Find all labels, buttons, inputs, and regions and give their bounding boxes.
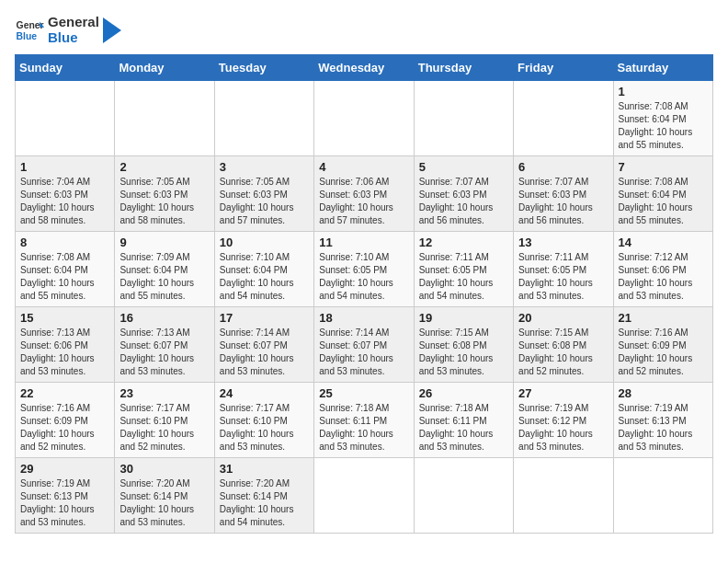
svg-text:Blue: Blue bbox=[17, 30, 38, 40]
day-info: Sunrise: 7:05 AMSunset: 6:03 PMDaylight:… bbox=[119, 177, 194, 225]
day-info: Sunrise: 7:19 AMSunset: 6:13 PMDaylight:… bbox=[20, 478, 95, 527]
calendar-cell: 31 Sunrise: 7:20 AMSunset: 6:14 PMDaylig… bbox=[214, 458, 313, 534]
calendar-cell bbox=[214, 81, 313, 156]
day-number: 21 bbox=[619, 311, 708, 325]
calendar-cell: 30 Sunrise: 7:20 AMSunset: 6:14 PMDaylig… bbox=[115, 458, 214, 534]
logo-arrow-icon bbox=[103, 17, 121, 43]
day-number: 8 bbox=[20, 236, 109, 249]
day-info: Sunrise: 7:20 AMSunset: 6:14 PMDaylight:… bbox=[119, 478, 194, 527]
calendar-cell bbox=[314, 458, 414, 534]
day-number: 19 bbox=[419, 311, 508, 325]
calendar-cell: 17 Sunrise: 7:14 AMSunset: 6:07 PMDaylig… bbox=[214, 307, 313, 383]
day-number: 7 bbox=[619, 160, 708, 174]
calendar-cell: 22 Sunrise: 7:16 AMSunset: 6:09 PMDaylig… bbox=[16, 383, 115, 458]
header-saturday: Saturday bbox=[613, 55, 712, 81]
calendar-week-row: 1 Sunrise: 7:08 AMSunset: 6:04 PMDayligh… bbox=[16, 81, 713, 156]
day-number: 29 bbox=[20, 462, 109, 476]
calendar-week-row: 1 Sunrise: 7:04 AMSunset: 6:03 PMDayligh… bbox=[16, 156, 713, 232]
calendar-cell: 21 Sunrise: 7:16 AMSunset: 6:09 PMDaylig… bbox=[613, 307, 712, 383]
day-info: Sunrise: 7:08 AMSunset: 6:04 PMDaylight:… bbox=[619, 177, 693, 225]
day-number: 17 bbox=[220, 311, 309, 325]
day-info: Sunrise: 7:11 AMSunset: 6:05 PMDaylight:… bbox=[419, 252, 494, 301]
day-info: Sunrise: 7:14 AMSunset: 6:07 PMDaylight:… bbox=[220, 327, 294, 376]
day-info: Sunrise: 7:11 AMSunset: 6:05 PMDaylight:… bbox=[518, 252, 593, 301]
day-number: 13 bbox=[518, 236, 608, 249]
calendar-cell: 20 Sunrise: 7:15 AMSunset: 6:08 PMDaylig… bbox=[514, 307, 613, 383]
calendar-cell bbox=[115, 81, 214, 156]
day-number: 26 bbox=[419, 386, 508, 400]
header-thursday: Thursday bbox=[414, 55, 513, 81]
day-info: Sunrise: 7:17 AMSunset: 6:10 PMDaylight:… bbox=[220, 403, 294, 452]
calendar-week-row: 15 Sunrise: 7:13 AMSunset: 6:06 PMDaylig… bbox=[16, 307, 713, 383]
day-number: 6 bbox=[518, 160, 608, 174]
header-monday: Monday bbox=[115, 55, 214, 81]
calendar-cell bbox=[314, 81, 414, 156]
calendar-cell bbox=[414, 81, 513, 156]
calendar-cell bbox=[16, 81, 115, 156]
day-info: Sunrise: 7:08 AMSunset: 6:04 PMDaylight:… bbox=[20, 252, 95, 301]
logo: General Blue General Blue bbox=[15, 15, 121, 45]
day-info: Sunrise: 7:15 AMSunset: 6:08 PMDaylight:… bbox=[419, 327, 494, 376]
day-number: 14 bbox=[619, 236, 708, 249]
calendar-cell: 1 Sunrise: 7:04 AMSunset: 6:03 PMDayligh… bbox=[16, 156, 115, 232]
day-number: 3 bbox=[220, 160, 309, 174]
day-number: 23 bbox=[119, 386, 209, 400]
day-info: Sunrise: 7:16 AMSunset: 6:09 PMDaylight:… bbox=[619, 327, 693, 376]
calendar-cell: 13 Sunrise: 7:11 AMSunset: 6:05 PMDaylig… bbox=[514, 232, 613, 307]
calendar-cell: 27 Sunrise: 7:19 AMSunset: 6:12 PMDaylig… bbox=[514, 383, 613, 458]
day-info: Sunrise: 7:07 AMSunset: 6:03 PMDaylight:… bbox=[518, 177, 593, 225]
logo-blue: Blue bbox=[48, 30, 99, 46]
day-number: 1 bbox=[20, 160, 109, 174]
day-info: Sunrise: 7:07 AMSunset: 6:03 PMDaylight:… bbox=[419, 177, 494, 225]
day-number: 15 bbox=[20, 311, 109, 325]
calendar-cell: 26 Sunrise: 7:18 AMSunset: 6:11 PMDaylig… bbox=[414, 383, 513, 458]
day-info: Sunrise: 7:13 AMSunset: 6:07 PMDaylight:… bbox=[119, 327, 194, 376]
day-info: Sunrise: 7:08 AMSunset: 6:04 PMDaylight:… bbox=[619, 101, 693, 150]
day-number: 10 bbox=[220, 236, 309, 249]
calendar-cell: 1 Sunrise: 7:08 AMSunset: 6:04 PMDayligh… bbox=[613, 81, 712, 156]
calendar-cell: 8 Sunrise: 7:08 AMSunset: 6:04 PMDayligh… bbox=[16, 232, 115, 307]
calendar-week-row: 22 Sunrise: 7:16 AMSunset: 6:09 PMDaylig… bbox=[16, 383, 713, 458]
day-info: Sunrise: 7:09 AMSunset: 6:04 PMDaylight:… bbox=[119, 252, 194, 301]
day-info: Sunrise: 7:10 AMSunset: 6:04 PMDaylight:… bbox=[220, 252, 294, 301]
calendar-cell bbox=[613, 458, 712, 534]
day-number: 11 bbox=[319, 236, 408, 249]
day-number: 16 bbox=[119, 311, 209, 325]
calendar-cell bbox=[514, 81, 613, 156]
day-number: 4 bbox=[319, 160, 408, 174]
calendar-cell: 24 Sunrise: 7:17 AMSunset: 6:10 PMDaylig… bbox=[214, 383, 313, 458]
header-friday: Friday bbox=[514, 55, 613, 81]
day-info: Sunrise: 7:04 AMSunset: 6:03 PMDaylight:… bbox=[20, 177, 95, 225]
day-number: 18 bbox=[319, 311, 408, 325]
day-info: Sunrise: 7:15 AMSunset: 6:08 PMDaylight:… bbox=[518, 327, 593, 376]
day-number: 1 bbox=[619, 85, 708, 98]
calendar-cell bbox=[514, 458, 613, 534]
header-sunday: Sunday bbox=[16, 55, 115, 81]
calendar-cell: 15 Sunrise: 7:13 AMSunset: 6:06 PMDaylig… bbox=[16, 307, 115, 383]
calendar-cell: 29 Sunrise: 7:19 AMSunset: 6:13 PMDaylig… bbox=[16, 458, 115, 534]
calendar-cell: 18 Sunrise: 7:14 AMSunset: 6:07 PMDaylig… bbox=[314, 307, 414, 383]
day-info: Sunrise: 7:17 AMSunset: 6:10 PMDaylight:… bbox=[119, 403, 194, 452]
calendar-cell: 7 Sunrise: 7:08 AMSunset: 6:04 PMDayligh… bbox=[613, 156, 712, 232]
day-number: 31 bbox=[220, 462, 309, 476]
calendar-cell: 16 Sunrise: 7:13 AMSunset: 6:07 PMDaylig… bbox=[115, 307, 214, 383]
day-number: 20 bbox=[518, 311, 608, 325]
header-tuesday: Tuesday bbox=[214, 55, 313, 81]
calendar-cell: 25 Sunrise: 7:18 AMSunset: 6:11 PMDaylig… bbox=[314, 383, 414, 458]
day-number: 12 bbox=[419, 236, 508, 249]
day-info: Sunrise: 7:19 AMSunset: 6:12 PMDaylight:… bbox=[518, 403, 593, 452]
calendar-cell: 9 Sunrise: 7:09 AMSunset: 6:04 PMDayligh… bbox=[115, 232, 214, 307]
logo-general: General bbox=[48, 15, 99, 30]
calendar-cell: 12 Sunrise: 7:11 AMSunset: 6:05 PMDaylig… bbox=[414, 232, 513, 307]
calendar-cell: 11 Sunrise: 7:10 AMSunset: 6:05 PMDaylig… bbox=[314, 232, 414, 307]
day-info: Sunrise: 7:14 AMSunset: 6:07 PMDaylight:… bbox=[319, 327, 393, 376]
calendar-cell: 28 Sunrise: 7:19 AMSunset: 6:13 PMDaylig… bbox=[613, 383, 712, 458]
calendar-cell: 14 Sunrise: 7:12 AMSunset: 6:06 PMDaylig… bbox=[613, 232, 712, 307]
calendar-header-row: SundayMondayTuesdayWednesdayThursdayFrid… bbox=[16, 55, 713, 81]
calendar-week-row: 29 Sunrise: 7:19 AMSunset: 6:13 PMDaylig… bbox=[16, 458, 713, 534]
logo-icon: General Blue bbox=[15, 16, 44, 45]
calendar-cell: 4 Sunrise: 7:06 AMSunset: 6:03 PMDayligh… bbox=[314, 156, 414, 232]
calendar-cell: 6 Sunrise: 7:07 AMSunset: 6:03 PMDayligh… bbox=[514, 156, 613, 232]
day-number: 22 bbox=[20, 386, 109, 400]
day-info: Sunrise: 7:19 AMSunset: 6:13 PMDaylight:… bbox=[619, 403, 693, 452]
